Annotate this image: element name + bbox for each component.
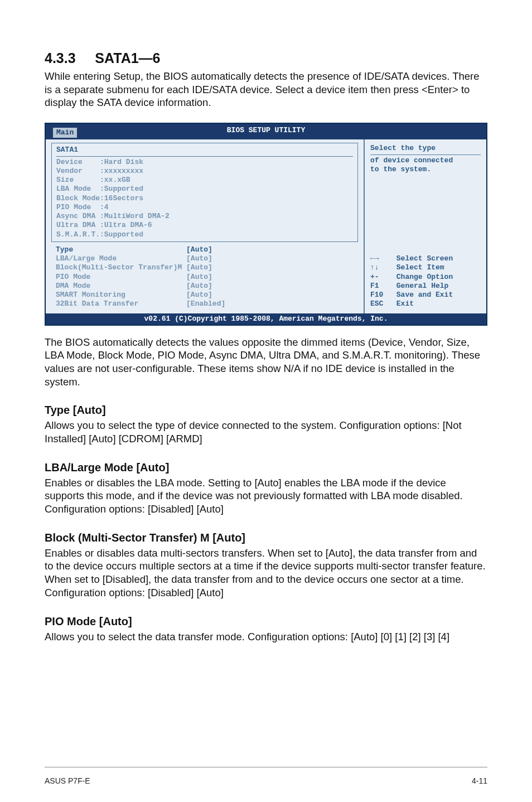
bios-setting-row: PIO Mode [Auto] xyxy=(56,273,354,282)
bios-panel-title: SATA1 xyxy=(56,146,353,154)
bios-info-row: Block Mode:16Sectors xyxy=(56,194,353,203)
bios-screenshot: BIOS SETUP UTILITY Main SATA1 Device :Ha… xyxy=(45,123,487,326)
bios-header: BIOS SETUP UTILITY Main xyxy=(46,124,486,139)
legend-row: F1 General Help xyxy=(370,282,481,291)
bios-settings-block: Type [Auto] LBA/Large Mode [Auto] Block(… xyxy=(51,245,358,309)
bios-help-line: of device connected xyxy=(370,156,481,165)
bios-info-row: LBA Mode :Supported xyxy=(56,185,353,194)
footer-right: 4-11 xyxy=(472,776,487,785)
heading-lba: LBA/Large Mode [Auto] xyxy=(45,461,487,474)
bios-info-row: Ultra DMA :Ultra DMA-6 xyxy=(56,221,353,230)
bios-info-row: Vendor :xxxxxxxxx xyxy=(56,167,353,176)
bios-setting-row: SMART Monitoring [Auto] xyxy=(56,291,354,299)
bios-setting-row: DMA Mode [Auto] xyxy=(56,282,354,291)
bios-copyright: v02.61 (C)Copyright 1985-2008, American … xyxy=(46,313,486,325)
legend-row: ESC Exit xyxy=(370,299,481,308)
paragraph-type: Allows you to select the type of device … xyxy=(45,419,487,445)
bios-info-row: Device :Hard Disk xyxy=(56,158,353,167)
bios-title: BIOS SETUP UTILITY xyxy=(227,126,305,134)
bios-info-row: PIO Mode :4 xyxy=(56,203,353,212)
heading-pio: PIO Mode [Auto] xyxy=(45,615,487,628)
bios-body: SATA1 Device :Hard Disk Vendor :xxxxxxxx… xyxy=(46,139,486,313)
bios-setting-row: Block(Multi-Sector Transfer)M [Auto] xyxy=(56,263,354,272)
bios-setting-row: Type [Auto] xyxy=(56,245,354,254)
bios-help-text: Select the type of device connected to t… xyxy=(370,144,481,174)
bios-setting-row: LBA/Large Mode [Auto] xyxy=(56,254,354,263)
legend-row: +- Change Option xyxy=(370,273,481,282)
legend-row: ←→ Select Screen xyxy=(370,254,481,263)
bios-help-line: to the system. xyxy=(370,165,481,174)
bios-right-pane: Select the type of device connected to t… xyxy=(364,139,486,313)
paragraph-block: Enables or disables data multi-sectors t… xyxy=(45,547,487,600)
heading-block: Block (Multi-Sector Transfer) M [Auto] xyxy=(45,532,487,544)
section-intro: While entering Setup, the BIOS automatic… xyxy=(45,70,487,109)
footer-left: ASUS P7F-E xyxy=(45,776,90,785)
bios-tab-main: Main xyxy=(52,127,78,138)
section-name: SATA1—6 xyxy=(95,50,160,66)
paragraph-lba: Enables or disables the LBA mode. Settin… xyxy=(45,476,487,516)
bios-info-row: Async DMA :MultiWord DMA-2 xyxy=(56,212,353,221)
bios-device-panel: SATA1 Device :Hard Disk Vendor :xxxxxxxx… xyxy=(51,143,358,242)
bios-info-row: Size :xx.xGB xyxy=(56,176,353,185)
bios-key-legend: ←→ Select Screen ↑↓ Select Item +- Chang… xyxy=(370,254,481,309)
bios-setting-row: 32Bit Data Transfer [Enabled] xyxy=(56,299,354,308)
section-number: 4.3.3 xyxy=(45,50,76,66)
bios-left-pane: SATA1 Device :Hard Disk Vendor :xxxxxxxx… xyxy=(46,139,364,313)
bios-info-row: S.M.A.R.T.:Supported xyxy=(56,230,353,239)
bios-help-line: Select the type xyxy=(370,144,481,153)
legend-row: F10 Save and Exit xyxy=(370,291,481,299)
paragraph-pio: Allows you to select the data transfer m… xyxy=(45,630,487,644)
heading-type: Type [Auto] xyxy=(45,404,487,417)
section-heading: 4.3.3 SATA1—6 xyxy=(45,50,487,66)
page-footer: ASUS P7F-E 4-11 xyxy=(45,767,487,785)
legend-row: ↑↓ Select Item xyxy=(370,263,481,272)
after-bios-paragraph: The BIOS automatically detects the value… xyxy=(45,336,487,389)
